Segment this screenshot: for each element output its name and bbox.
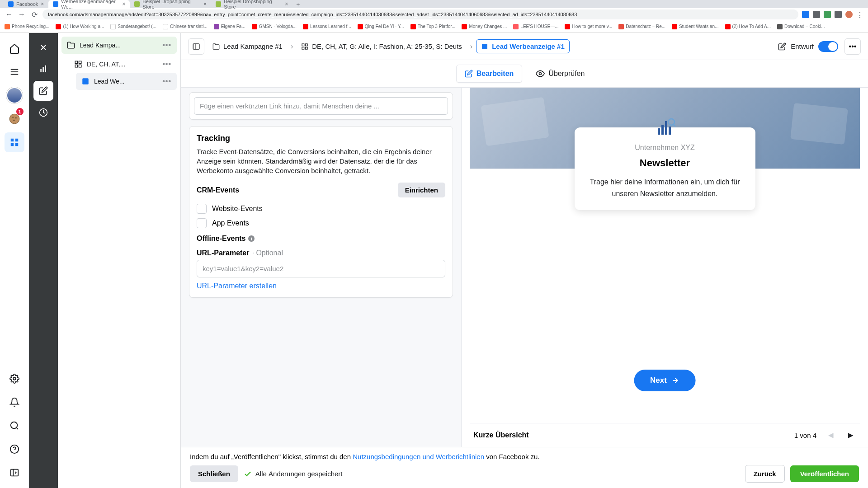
extension-icon[interactable]	[824, 11, 831, 18]
preview-body: Unternehmen XYZ Newsletter Trage hier de…	[470, 88, 860, 423]
terms-link[interactable]: Nutzungsbedingungen und Werberichtlinien	[353, 453, 484, 460]
rail-avatar[interactable]	[5, 85, 24, 105]
short-link-input[interactable]	[194, 97, 448, 115]
offline-label: Offline-Events	[197, 235, 245, 243]
offline-events-heading: Offline-Events i	[197, 235, 445, 243]
more-menu-button[interactable]: •••	[844, 38, 861, 55]
svg-rect-21	[42, 67, 44, 72]
url-param-label: URL-Parameter	[197, 249, 249, 257]
forward-button[interactable]: →	[17, 10, 26, 19]
mode-label: Überprüfen	[548, 70, 585, 78]
crm-setup-button[interactable]: Einrichten	[398, 183, 445, 197]
tab-close-icon[interactable]: ×	[41, 1, 44, 7]
breadcrumb-campaign[interactable]: Lead Kampagne #1	[208, 40, 287, 53]
close-button[interactable]: Schließen	[190, 465, 238, 482]
bookmark-item[interactable]: LEE'S HOUSE—...	[513, 24, 558, 29]
browser-tab[interactable]: Beispiel Dropshipping Store×	[211, 0, 292, 8]
bookmark-item[interactable]: Datenschutz – Re...	[618, 24, 665, 29]
app-events-checkbox[interactable]	[197, 218, 207, 228]
favicon-fb	[8, 1, 14, 7]
ctx-chart[interactable]	[33, 59, 53, 79]
bookmarks-bar: Phone Recycling... (1) How Working a... …	[0, 21, 868, 32]
bookmark-item[interactable]: Lessons Learned f...	[303, 24, 351, 29]
website-events-checkbox[interactable]	[197, 204, 207, 214]
more-menu-icon[interactable]: •••	[162, 60, 171, 68]
rail-collapse[interactable]	[5, 463, 24, 483]
tab-close-icon[interactable]: ×	[122, 1, 125, 7]
bookmark-item[interactable]: The Top 3 Platfor...	[410, 24, 456, 29]
rail-help[interactable]	[5, 439, 24, 459]
rail-notifications[interactable]	[5, 392, 24, 412]
rail-home[interactable]	[5, 38, 24, 58]
bookmark-icon	[777, 24, 783, 29]
tab-close-icon[interactable]: ×	[203, 1, 207, 7]
panel-toggle-button[interactable]	[188, 38, 204, 55]
more-menu-icon[interactable]: •••	[162, 77, 171, 85]
back-button[interactable]: Zurück	[745, 465, 785, 483]
tab-close-icon[interactable]: ×	[285, 1, 288, 7]
tree-adset[interactable]: DE, CH, AT,... •••	[69, 56, 177, 73]
bookmark-icon	[303, 24, 308, 29]
mode-label: Bearbeiten	[476, 70, 514, 78]
bookmark-item[interactable]: Chinese translati...	[163, 24, 208, 29]
bookmark-item[interactable]: GMSN - Vologda...	[252, 24, 297, 29]
tree-campaign[interactable]: Lead Kampa... •••	[61, 37, 177, 54]
bookmark-icon	[214, 24, 219, 29]
bookmark-item[interactable]: Phone Recycling...	[5, 24, 49, 29]
status-toggle[interactable]	[818, 41, 838, 52]
bookmark-item[interactable]: Money Changes ...	[462, 24, 507, 29]
campaign-tree: Lead Kampa... ••• DE, CH, AT,... ••• Lea…	[58, 33, 181, 488]
new-tab-button[interactable]: +	[292, 1, 303, 8]
extension-icon[interactable]	[835, 11, 842, 18]
mode-edit-tab[interactable]: Bearbeiten	[456, 65, 523, 83]
ctx-history[interactable]	[33, 103, 53, 122]
chrome-menu-icon[interactable]: ⋮	[856, 11, 863, 18]
extension-icon[interactable]	[802, 11, 809, 18]
bookmark-item[interactable]: Sonderangebot! (...	[110, 24, 156, 29]
bookmark-item[interactable]: Download – Cooki...	[777, 24, 825, 29]
app-events-row[interactable]: App Events	[197, 218, 445, 228]
bookmark-item[interactable]: How to get more v...	[565, 24, 612, 29]
rail-cookie[interactable]: 1	[5, 109, 24, 129]
ctx-edit[interactable]	[33, 81, 53, 101]
rail-menu[interactable]	[5, 62, 24, 82]
mode-review-tab[interactable]: Überprüfen	[528, 65, 593, 83]
more-menu-icon[interactable]: •••	[162, 41, 171, 49]
rail-ads-manager[interactable]	[5, 132, 24, 152]
rail-search[interactable]	[5, 416, 24, 436]
pager-next-button[interactable]: ▶	[845, 430, 856, 441]
breadcrumb-ad[interactable]: Lead Werbeanzeige #1	[476, 39, 570, 53]
browser-tab[interactable]: Beispiel Dropshipping Store×	[130, 0, 211, 8]
bookmark-item[interactable]: Qing Fei De Yi - Y...	[358, 24, 404, 29]
ctx-close[interactable]	[33, 38, 53, 57]
bookmark-item[interactable]: Eigene Fa...	[214, 24, 245, 29]
bookmark-item[interactable]: (2) How To Add A...	[725, 24, 771, 29]
svg-rect-27	[79, 65, 81, 67]
website-events-row[interactable]: Website-Events	[197, 204, 445, 214]
tab-strip: Facebook× Werbeanzeigenmanager - We...× …	[0, 0, 868, 8]
preview-next-button[interactable]: Next	[634, 370, 696, 391]
crumb-label: Lead Werbeanzeige #1	[492, 42, 565, 50]
tree-ad[interactable]: Lead We... •••	[76, 73, 177, 90]
info-icon[interactable]: i	[248, 235, 255, 242]
svg-point-36	[539, 73, 542, 75]
tracking-description: Tracke Event-Datensätze, die Conversions…	[197, 147, 445, 175]
rail-settings[interactable]	[5, 369, 24, 389]
pager-text: 1 von 4	[794, 432, 816, 439]
link-card	[189, 92, 453, 120]
preview-company-name: Unternehmen XYZ	[585, 144, 745, 152]
back-button[interactable]: ←	[5, 10, 14, 19]
browser-tab[interactable]: Facebook×	[4, 0, 48, 8]
create-url-param-link[interactable]: URL-Parameter erstellen	[197, 282, 445, 290]
url-input[interactable]: facebook.com/adsmanager/manage/ads/edit?…	[42, 9, 798, 19]
bookmark-item[interactable]: Student Wants an...	[672, 24, 718, 29]
publish-button[interactable]: Veröffentlichen	[790, 465, 859, 482]
extension-icon[interactable]	[813, 11, 820, 18]
bookmark-label: Phone Recycling...	[12, 24, 49, 29]
profile-avatar-icon[interactable]	[845, 11, 853, 18]
browser-tab-active[interactable]: Werbeanzeigenmanager - We...×	[48, 0, 130, 8]
url-param-input[interactable]	[197, 260, 445, 277]
bookmark-item[interactable]: (1) How Working a...	[56, 24, 104, 29]
reload-button[interactable]: ⟳	[30, 10, 39, 19]
breadcrumb-adset[interactable]: DE, CH, AT, G: Alle, I: Fashion, A: 25-3…	[297, 40, 467, 53]
